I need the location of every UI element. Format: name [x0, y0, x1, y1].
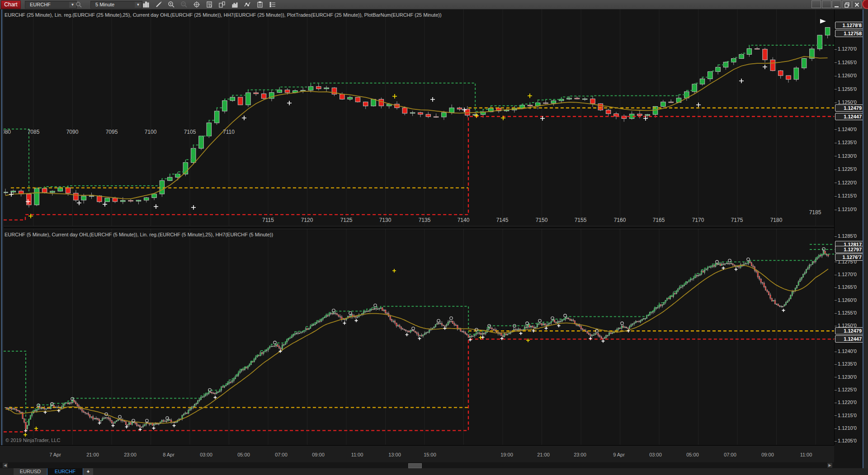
chart-canvas[interactable]: 0807085709070957100710571107115712071257…	[0, 0, 834, 475]
trade-marker-plus	[154, 204, 158, 209]
trade-marker-plus	[355, 319, 358, 322]
trade-marker-plus	[443, 327, 447, 330]
bar-number-label: 7170	[692, 217, 704, 223]
trade-marker-plus	[242, 116, 246, 120]
chart-report-icon[interactable]	[204, 1, 214, 8]
zoom-out-icon[interactable]	[179, 1, 189, 8]
bar-number-label: 7090	[66, 129, 79, 135]
time-tick: 05:00	[686, 452, 699, 457]
interval-value: 5 Minute	[95, 2, 114, 7]
trade-marker-plus	[152, 427, 156, 430]
zoom-in-icon[interactable]	[166, 1, 176, 8]
drawing-tools-icon[interactable]	[154, 1, 164, 8]
price-tick: 1.1210'0	[835, 425, 863, 431]
price-tick: 1.1215'0	[835, 413, 863, 418]
price-tick: 1.1205'0	[835, 438, 863, 443]
minimize-button[interactable]	[832, 0, 841, 8]
top-chart-group: 0807085709070957100710571107115712071257…	[2, 19, 834, 223]
background-window-peek	[862, 0, 868, 9]
data-histogram-icon[interactable]	[230, 1, 240, 8]
price-tick: 1.1265'0	[835, 284, 863, 290]
trade-marker-plus	[173, 424, 176, 427]
price-tick: 1.1235'0	[835, 140, 863, 145]
trade-marker-circle	[450, 317, 453, 320]
polyline-tool-icon[interactable]	[242, 1, 252, 8]
bottom-panel-label: EURCHF (5 Minute), Current day OHL(EURCH…	[5, 232, 273, 237]
tab-eurusd[interactable]: EURUSD	[14, 468, 47, 475]
bar-number-label: 7150	[536, 217, 548, 223]
trade-marker-plus	[287, 101, 292, 105]
time-axis[interactable]: 7 Apr21:0023:008 Apr03:0005:0007:0009:00…	[0, 445, 834, 463]
chart-window: 0807085709070957100710571107115712071257…	[0, 0, 868, 475]
indicator-price-box: 1.12479	[835, 104, 863, 112]
clipboard-chart-icon[interactable]	[255, 1, 265, 8]
price-tick: 1.1230'0	[835, 374, 863, 380]
price-tick: 1.1285'0	[835, 233, 863, 239]
price-tick: 1.1220'0	[835, 180, 863, 185]
bar-number-label: 7115	[262, 217, 274, 223]
panel-splitter[interactable]	[0, 226, 863, 229]
trade-marker-plus	[474, 113, 479, 118]
price-tick: 1.1230'0	[835, 153, 863, 159]
time-tick: 21:00	[86, 452, 99, 457]
bar-number-label: 7105	[184, 129, 196, 135]
instrument-search-icon[interactable]	[74, 1, 84, 8]
trade-marker-circle	[716, 260, 718, 263]
titlebar-button[interactable]	[822, 0, 831, 8]
top-panel-label: EURCHF (25 Minute), Lin. reg.(EURCHF (25…	[5, 12, 442, 18]
trade-marker-plus	[343, 322, 346, 325]
chart-window-button[interactable]: Chart	[1, 0, 21, 9]
restore-button[interactable]	[842, 0, 852, 8]
trade-marker-plus	[430, 97, 435, 102]
interval-selector[interactable]: 5 Minute ▼	[90, 1, 142, 9]
time-tick: 13:00	[388, 452, 401, 457]
instrument-selector[interactable]: EURCHF ▼	[25, 1, 77, 9]
scroll-right-icon[interactable]: ▶	[827, 463, 832, 468]
indicator-price-box: 1.12447	[835, 113, 863, 120]
horizontal-scrollbar[interactable]: ◀ ▶	[0, 462, 834, 468]
trade-marker-circle	[538, 319, 541, 322]
time-tick: 07:00	[275, 452, 288, 457]
add-tab-button[interactable]: +	[83, 468, 93, 475]
scrollbar-thumb[interactable]	[408, 463, 422, 468]
time-tick: 23:00	[574, 452, 586, 457]
bar-number-label: 7085	[28, 129, 40, 135]
go-to-latest-icon	[820, 19, 826, 24]
close-button[interactable]	[852, 0, 862, 8]
trade-marker-circle	[564, 314, 566, 317]
trade-marker-plus	[24, 433, 27, 437]
price-tick: 1.1255'0	[835, 310, 863, 315]
price-tick: 1.1260'0	[835, 297, 863, 303]
time-tick: 8 Apr	[163, 452, 175, 457]
crosshair-icon[interactable]	[192, 1, 202, 8]
price-tick: 1.1270'0	[835, 46, 863, 52]
bar-number-label: 7160	[614, 217, 626, 223]
window-layout-icon[interactable]	[217, 1, 227, 8]
bottom-chart-group	[4, 245, 834, 437]
trade-marker-plus	[763, 65, 767, 69]
trade-marker-plus	[406, 333, 409, 336]
trade-marker-plus	[34, 427, 38, 430]
time-tick: 21:00	[537, 452, 550, 457]
list-view-icon[interactable]	[268, 1, 278, 8]
trade-marker-circle	[374, 304, 377, 306]
price-axis[interactable]: 1.1275'01.1270'01.1265'01.1260'01.1255'0…	[834, 9, 863, 445]
trade-marker-plus	[519, 332, 523, 335]
bar-number-label: 7155	[575, 217, 587, 223]
trade-marker-plus	[739, 79, 744, 83]
time-tick: 09:00	[312, 452, 325, 457]
price-tick: 1.1265'0	[835, 60, 863, 65]
price-tick: 1.1240'0	[835, 127, 863, 132]
chevron-down-icon[interactable]: ▼	[135, 2, 142, 8]
price-tick: 1.1240'0	[835, 348, 863, 354]
scroll-left-icon[interactable]: ◀	[3, 463, 8, 468]
trade-marker-plus	[481, 336, 485, 339]
trade-marker-plus	[191, 205, 196, 210]
bar-number-label: 7165	[653, 217, 665, 223]
chart-style-icon[interactable]	[141, 1, 151, 8]
titlebar-button[interactable]	[811, 0, 821, 8]
tab-eurchf[interactable]: EURCHF	[47, 468, 83, 475]
time-tick: 15:00	[424, 452, 436, 457]
bar-number-label: 7095	[106, 129, 118, 135]
bar-number-label: 7130	[379, 217, 392, 223]
